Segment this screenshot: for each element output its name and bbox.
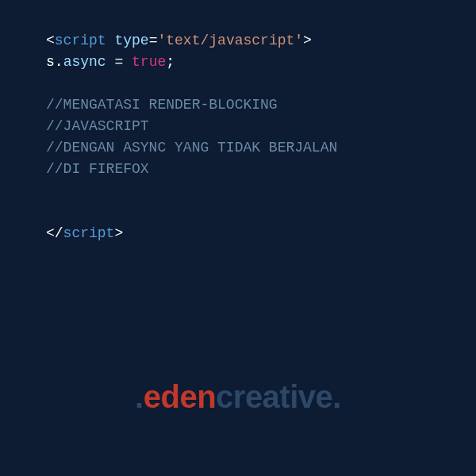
comment-line-2: //JAVASCRIPT	[46, 116, 430, 137]
attr-type-value: 'text/javascript'	[157, 33, 303, 48]
watermark-logo: .edencreative.	[0, 373, 476, 420]
code-block: <script type='text/javascript'> s.async …	[0, 0, 476, 274]
blank-line	[46, 180, 430, 202]
code-line-open: <script type='text/javascript'>	[46, 30, 430, 52]
equals: =	[149, 33, 158, 48]
end-angle-close: >	[114, 225, 123, 241]
end-angle-open: </	[46, 225, 63, 241]
space	[106, 33, 115, 48]
dot: .	[55, 54, 63, 70]
identifier-s: s	[46, 54, 55, 70]
property-async: async	[63, 54, 106, 70]
tag-script: script	[55, 33, 106, 48]
angle-open: <	[46, 33, 55, 48]
semicolon: ;	[166, 54, 175, 70]
watermark-creative: creative	[216, 379, 332, 414]
blank-line	[46, 73, 430, 94]
watermark-dot: .	[332, 379, 341, 414]
attr-type: type	[114, 33, 148, 48]
comment-line-4: //DI FIREFOX	[46, 159, 430, 180]
comment-line-3: //DENGAN ASYNC YANG TIDAK BERJALAN	[46, 137, 430, 159]
end-tag-script: script	[63, 225, 115, 241]
watermark-eden: eden	[144, 379, 216, 414]
code-line-close: </script>	[46, 223, 430, 244]
angle-close: >	[303, 33, 312, 48]
code-line-assign: s.async = true;	[46, 52, 430, 73]
watermark-dot: .	[135, 379, 144, 414]
keyword-true: true	[132, 54, 166, 70]
comment-line-1: //MENGATASI RENDER-BLOCKING	[46, 94, 430, 116]
assign-op: =	[106, 54, 132, 70]
blank-line	[46, 202, 430, 223]
